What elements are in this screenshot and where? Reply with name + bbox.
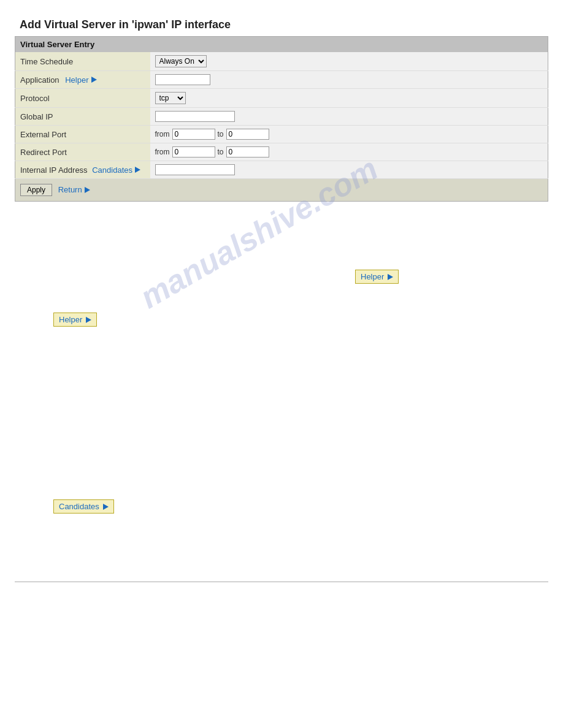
protocol-cell: tcp udp both: [150, 89, 548, 108]
redirect-port-to-label: to: [218, 148, 224, 156]
external-port-label: External Port: [15, 126, 150, 143]
float-helper-right-label: Helper: [361, 272, 384, 281]
time-schedule-row: Time Schedule Always On: [15, 52, 548, 71]
application-helper-link[interactable]: Helper: [65, 75, 96, 85]
apply-button[interactable]: Apply: [20, 184, 52, 196]
external-port-to-label: to: [218, 130, 224, 138]
time-schedule-select[interactable]: Always On: [155, 55, 207, 67]
candidates-link[interactable]: Candidates: [92, 165, 140, 175]
external-port-from-label: from: [155, 130, 170, 138]
float-candidates-label: Candidates: [59, 502, 99, 511]
virtual-server-form: Virtual Server Entry Time Schedule Alway…: [15, 36, 548, 202]
redirect-port-row: Redirect Port from to: [15, 143, 548, 161]
application-input[interactable]: [155, 74, 210, 85]
float-candidates-box[interactable]: Candidates: [53, 499, 114, 514]
section-header-label: Virtual Server Entry: [15, 37, 548, 53]
application-input-cell: [150, 71, 548, 89]
external-port-to-input[interactable]: [226, 129, 269, 140]
redirect-port-label: Redirect Port: [15, 143, 150, 161]
section-header-row: Virtual Server Entry: [15, 37, 548, 53]
redirect-port-cell: from to: [150, 143, 548, 161]
redirect-port-from-input[interactable]: [172, 146, 215, 157]
float-helper-right-icon: [388, 274, 393, 280]
candidates-icon: [135, 167, 140, 173]
return-icon: [85, 187, 90, 193]
application-label-cell: Application Helper: [15, 71, 150, 89]
candidates-text: Candidates: [92, 165, 132, 175]
application-row: Application Helper: [15, 71, 548, 89]
footer-cell: Apply Return: [15, 179, 548, 202]
internal-ip-label-cell: Internal IP Address Candidates: [15, 161, 150, 179]
internal-ip-input[interactable]: [155, 164, 235, 175]
float-helper-left-box[interactable]: Helper: [53, 313, 97, 327]
return-link[interactable]: Return: [58, 185, 90, 194]
redirect-port-to-input[interactable]: [226, 146, 269, 157]
application-helper-icon: [91, 77, 97, 83]
global-ip-label: Global IP: [15, 108, 150, 126]
float-helper-left-label: Helper: [59, 315, 82, 324]
global-ip-input[interactable]: [155, 111, 235, 122]
time-schedule-cell: Always On: [150, 52, 548, 71]
protocol-row: Protocol tcp udp both: [15, 89, 548, 108]
global-ip-row: Global IP: [15, 108, 548, 126]
redirect-port-from-label: from: [155, 148, 170, 156]
global-ip-cell: [150, 108, 548, 126]
page-title: Add Virtual Server in 'ipwan' IP interfa…: [15, 12, 548, 36]
application-helper-text: Helper: [65, 75, 88, 85]
protocol-select[interactable]: tcp udp both: [155, 92, 186, 104]
external-port-row: External Port from to: [15, 126, 548, 143]
return-text: Return: [58, 185, 82, 194]
internal-ip-cell: [150, 161, 548, 179]
external-port-cell: from to: [150, 126, 548, 143]
footer-row: Apply Return: [15, 179, 548, 202]
float-helper-right-box[interactable]: Helper: [355, 270, 399, 284]
time-schedule-label: Time Schedule: [15, 52, 150, 71]
external-port-from-input[interactable]: [172, 129, 215, 140]
internal-ip-row: Internal IP Address Candidates: [15, 161, 548, 179]
float-helper-left-icon: [86, 317, 91, 323]
internal-ip-label: Internal IP Address: [20, 165, 88, 175]
application-label: Application: [20, 75, 59, 85]
protocol-label: Protocol: [15, 89, 150, 108]
float-candidates-icon: [103, 504, 109, 510]
